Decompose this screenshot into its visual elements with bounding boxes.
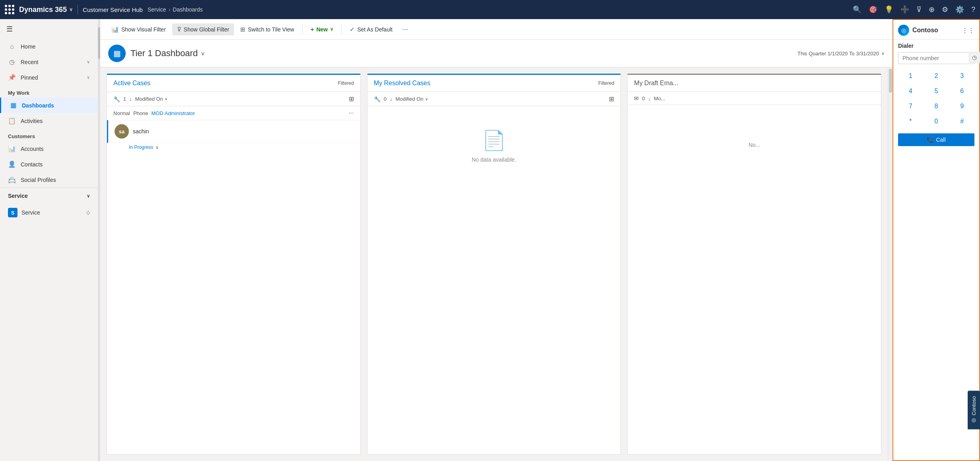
draft-emails-card: My Draft Ema... ✉ 0 ↓ Mo... No... — [627, 74, 881, 455]
sidebar-item-social-profiles[interactable]: 📇 Social Profiles — [0, 172, 98, 188]
brand-chevron-icon: ∨ — [69, 7, 73, 12]
service-expand-icon: ◇ — [86, 210, 90, 215]
gear-icon[interactable]: ⚙️ — [955, 5, 964, 14]
content-scrollbar[interactable] — [888, 67, 892, 461]
sort-chevron-icon: ∨ — [165, 97, 167, 101]
dashboard-header: ▦ Tier 1 Dashboard ∨ This Quarter 1/1/20… — [100, 40, 892, 67]
dialer-keypad: 1 2 3 4 5 6 7 8 9 * 0 # — [893, 67, 979, 130]
filter-icon[interactable]: ⊽ — [916, 5, 922, 14]
sidebar-item-activities[interactable]: 📋 Activities — [0, 113, 98, 129]
plus-circle-icon[interactable]: ⊕ — [929, 5, 935, 14]
active-cases-body: Normal Phone MOD Administrator ··· sa sa… — [107, 106, 360, 454]
dialer-key-0[interactable]: 0 — [924, 114, 949, 129]
sidebar: ☰ ⌂ Home ◷ Recent ∨ 📌 Pinned ∨ My Work ▦… — [0, 19, 98, 461]
recent-label: Recent — [21, 59, 38, 65]
resolved-sort[interactable]: Modified On ∨ — [395, 96, 428, 102]
global-filter-icon: ⊽ — [177, 26, 181, 33]
top-nav: Dynamics 365 ∨ Customer Service Hub Serv… — [0, 0, 980, 19]
sidebar-item-dashboards[interactable]: ▦ Dashboards — [0, 98, 98, 113]
brand-logo[interactable]: Dynamics 365 ∨ — [19, 6, 73, 14]
contoso-tab[interactable]: ◎ Contoso — [968, 391, 980, 429]
dashboard-chevron-icon[interactable]: ∨ — [201, 50, 205, 57]
app-launcher-icon[interactable] — [5, 5, 14, 14]
dialer-key-8[interactable]: 8 — [924, 99, 949, 113]
search-icon[interactable]: 🔍 — [853, 5, 861, 14]
more-options-icon[interactable]: ··· — [399, 23, 411, 35]
phone-number-input[interactable] — [898, 52, 974, 64]
sort-down-icon: ↓ — [129, 96, 132, 102]
call-button[interactable]: 📞 Call — [898, 133, 974, 146]
lightbulb-icon[interactable]: 💡 — [885, 5, 893, 14]
dialer-key-3[interactable]: 3 — [949, 69, 974, 83]
dashboard-date-range[interactable]: This Quarter 1/1/2020 To 3/31/2020 ∨ — [797, 51, 885, 57]
case-more-icon[interactable]: ··· — [348, 109, 354, 117]
dialer-key-2[interactable]: 2 — [924, 69, 949, 83]
add-icon[interactable]: ➕ — [900, 5, 909, 14]
recent-chevron-icon: ∨ — [87, 59, 90, 64]
draft-count: 0 — [642, 96, 645, 102]
dialer-key-7[interactable]: 7 — [898, 99, 923, 113]
case-status-row: In Progress ∨ — [107, 143, 360, 153]
toolbar-divider2 — [341, 24, 342, 35]
dialer-key-9[interactable]: 9 — [949, 99, 974, 113]
resolved-cases-header: My Resolved Cases Filtered — [368, 75, 621, 92]
dialer-panel: ◎ Contoso ⋮⋮ ◷ Dialer 1 2 3 4 5 6 7 8 9 … — [892, 19, 980, 461]
dialer-key-4[interactable]: 4 — [898, 84, 923, 98]
grid-view-icon[interactable]: ⊞ — [349, 95, 354, 103]
show-global-filter-button[interactable]: ⊽ Show Global Filter — [172, 23, 234, 35]
draft-sort: Mo... — [654, 96, 665, 102]
dialer-header: ◎ Contoso ⋮⋮ — [893, 20, 979, 39]
resolved-grid-icon[interactable]: ⊞ — [609, 95, 614, 103]
dialer-key-hash[interactable]: # — [949, 114, 974, 129]
activities-label: Activities — [21, 118, 43, 124]
active-cases-title: Active Cases — [113, 80, 150, 87]
dialer-key-1[interactable]: 1 — [898, 69, 923, 83]
dialer-brand: Contoso — [912, 27, 938, 34]
sidebar-item-service[interactable]: S Service ◇ — [0, 204, 98, 221]
service-collapse-icon: ∨ — [87, 193, 90, 199]
resolved-count: 0 — [384, 96, 387, 102]
hamburger-icon[interactable]: ☰ — [0, 19, 98, 39]
document-icon: 📄 — [482, 129, 506, 152]
dialer-key-5[interactable]: 5 — [924, 84, 949, 98]
contoso-tab-logo: ◎ — [971, 418, 977, 424]
nav-divider — [78, 5, 78, 14]
target-icon[interactable]: 🎯 — [869, 5, 877, 14]
sidebar-item-accounts[interactable]: 📊 Accounts — [0, 141, 98, 156]
case-name: sachin — [133, 128, 354, 135]
wrench-icon[interactable]: 🔧 — [113, 96, 120, 102]
wrench-icon2[interactable]: 🔧 — [374, 96, 381, 102]
sidebar-item-recent[interactable]: ◷ Recent ∨ — [0, 54, 98, 70]
sidebar-item-home[interactable]: ⌂ Home — [0, 39, 98, 54]
sort-down-icon3: ↓ — [648, 96, 651, 102]
help-icon[interactable]: ? — [971, 6, 975, 14]
check-icon: ✓ — [350, 26, 355, 33]
contoso-logo-icon: ◎ — [898, 25, 909, 36]
sidebar-item-pinned[interactable]: 📌 Pinned ∨ — [0, 70, 98, 85]
case-owner[interactable]: MOD Administrator — [152, 110, 195, 116]
resolved-no-data: 📄 No data available. — [368, 106, 621, 186]
active-cases-sort[interactable]: Modified On ∨ — [135, 96, 167, 102]
dialer-history-icon[interactable]: ◷ — [969, 52, 980, 63]
breadcrumb-service[interactable]: Service — [148, 6, 166, 13]
new-button[interactable]: + New ∨ — [306, 23, 338, 35]
service-badge: S — [8, 208, 18, 217]
switch-tile-view-button[interactable]: ⊞ Switch to Tile View — [235, 23, 299, 35]
dialer-key-6[interactable]: 6 — [949, 84, 974, 98]
activities-icon: 📋 — [8, 117, 16, 125]
case-entry[interactable]: sa sachin — [107, 120, 360, 143]
service-section-header[interactable]: Service ∨ — [0, 188, 98, 204]
email-icon: ✉ — [634, 95, 639, 102]
dialer-key-star[interactable]: * — [898, 114, 923, 129]
new-chevron-icon: ∨ — [330, 27, 333, 32]
breadcrumb-dashboards[interactable]: Dashboards — [173, 6, 203, 13]
set-as-default-button[interactable]: ✓ Set As Default — [345, 23, 397, 35]
sidebar-scrollbar[interactable] — [98, 19, 100, 461]
settings-small-icon[interactable]: ⚙ — [942, 5, 948, 14]
home-label: Home — [21, 43, 35, 50]
dialer-more-icon[interactable]: ⋮⋮ — [962, 27, 974, 34]
active-cases-header: Active Cases Filtered — [107, 75, 360, 92]
pinned-label: Pinned — [21, 74, 38, 81]
show-visual-filter-button[interactable]: 📊 Show Visual Filter — [107, 23, 171, 35]
sidebar-item-contacts[interactable]: 👤 Contacts — [0, 156, 98, 172]
